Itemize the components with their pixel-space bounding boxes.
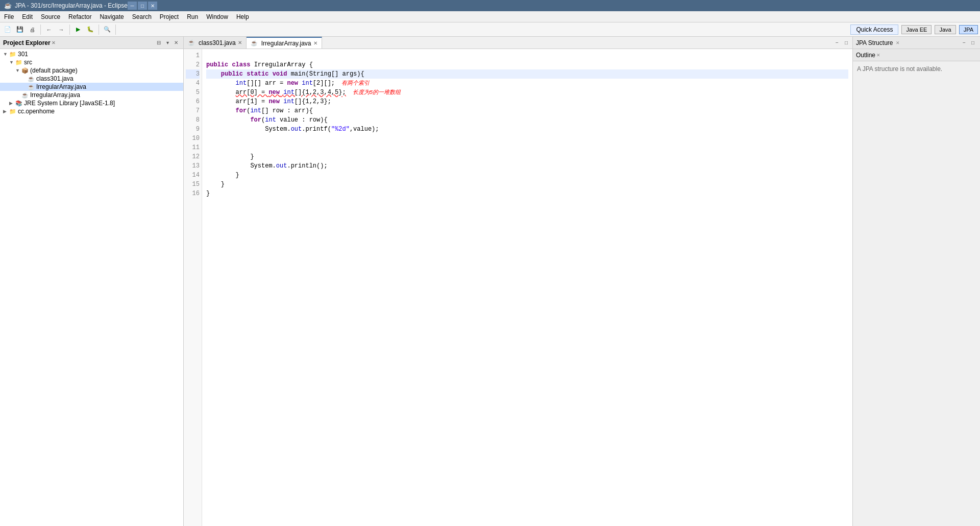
- pe-close-btn[interactable]: ✕: [172, 39, 180, 47]
- tree-label-irregular2: IrregularArray.java: [30, 91, 80, 99]
- code-line-9: System.out.printf("%2d",value);: [206, 125, 848, 134]
- ln-15: 15: [186, 180, 200, 189]
- tree-item-irregular-array[interactable]: ☕ IrregularArray.java: [0, 83, 183, 91]
- editor-minimize-btn[interactable]: −: [833, 39, 841, 47]
- menu-search[interactable]: Search: [128, 11, 156, 22]
- ln-13: 13: [186, 161, 200, 171]
- expand-src-icon: ▼: [9, 60, 15, 65]
- new-button[interactable]: 📄: [2, 24, 13, 35]
- pe-collapse-btn[interactable]: ⊟: [155, 39, 163, 47]
- ln-10: 10: [186, 134, 200, 143]
- tab-irregular[interactable]: ☕ IrregularArray.java ✕: [247, 37, 322, 49]
- menu-window[interactable]: Window: [202, 11, 232, 22]
- title-icon: ☕: [4, 2, 12, 9]
- minimize-button[interactable]: ─: [128, 2, 137, 10]
- ln-5: 5: [186, 88, 200, 97]
- code-line-10: [206, 134, 848, 143]
- tree-item-default-package[interactable]: ▼ 📦 (default package): [0, 66, 183, 75]
- code-line-6: arr[1] = new int[]{1,2,3};: [206, 97, 848, 106]
- tab-class301-label: class301.java: [199, 39, 236, 46]
- code-area[interactable]: public class IrregularArray { public sta…: [202, 49, 852, 526]
- tree-item-src[interactable]: ▼ 📁 src: [0, 58, 183, 66]
- close-button[interactable]: ✕: [148, 2, 157, 10]
- ln-14: 14: [186, 171, 200, 180]
- code-line-3: public static void main(String[] args){: [206, 69, 848, 79]
- tab-irregular-close[interactable]: ✕: [313, 40, 317, 46]
- menu-run[interactable]: Run: [183, 11, 202, 22]
- tab-spacer: [322, 37, 831, 49]
- java-file-icon-irregular: ☕: [28, 84, 35, 90]
- code-line-14: }: [206, 171, 848, 180]
- project-explorer-header: Project Explorer ✕ ⊟ ▾ ✕: [0, 37, 183, 49]
- tree-label-default-package: (default package): [30, 67, 78, 74]
- project-icon: 📁: [9, 51, 16, 58]
- menu-help[interactable]: Help: [232, 11, 253, 22]
- tree-item-class301[interactable]: ☕ class301.java: [0, 75, 183, 83]
- toolbar-separator-1: [40, 25, 41, 35]
- code-line-8: for(int value : row){: [206, 115, 848, 125]
- java-file-icon-class301: ☕: [28, 76, 35, 82]
- toolbar: 📄 💾 🖨 ← → ▶ 🐛 🔍 Quick Access Java EE Jav…: [0, 22, 980, 37]
- editor-panel: ☕ class301.java ✕ ☕ IrregularArray.java …: [184, 37, 852, 526]
- tab-class301[interactable]: ☕ class301.java ✕: [184, 37, 247, 49]
- maximize-button[interactable]: □: [138, 2, 147, 10]
- tree-item-jre[interactable]: ▶ 📚 JRE System Library [JavaSE-1.8]: [0, 99, 183, 107]
- jpa-message: A JPA structure is not available.: [857, 65, 942, 73]
- jpa-perspective[interactable]: JPA: [959, 25, 978, 34]
- toolbar-separator-4: [115, 25, 116, 35]
- menu-source[interactable]: Source: [37, 11, 64, 22]
- ln-8: 8: [186, 115, 200, 125]
- toolbar-separator-3: [99, 25, 99, 35]
- back-button[interactable]: ←: [43, 24, 55, 35]
- irregular2-arrow: [15, 92, 21, 98]
- save-button[interactable]: 💾: [14, 24, 26, 35]
- package-icon: 📦: [21, 67, 29, 74]
- code-line-7: for(int[] row : arr){: [206, 106, 848, 115]
- main-container: Project Explorer ✕ ⊟ ▾ ✕ ▼ 📁 301: [0, 37, 980, 526]
- pe-menu-btn[interactable]: ▾: [163, 39, 172, 47]
- code-line-16: }: [206, 189, 848, 198]
- ln-7: 7: [186, 106, 200, 115]
- menu-project[interactable]: Project: [156, 11, 183, 22]
- jpa-structure-header: JPA Structure ✕ − □: [853, 37, 980, 49]
- expand-package-icon: ▼: [15, 68, 21, 73]
- menu-file[interactable]: File: [0, 11, 18, 22]
- jpa-structure-title: JPA Structure: [856, 39, 893, 46]
- jpa-maximize-btn[interactable]: □: [969, 39, 977, 47]
- java-perspective[interactable]: Java: [935, 25, 955, 34]
- menu-navigate[interactable]: Navigate: [95, 11, 128, 22]
- jpa-minimize-btn[interactable]: −: [960, 39, 968, 47]
- editor-maximize-btn[interactable]: □: [842, 39, 850, 47]
- ln-4: 4: [186, 79, 200, 88]
- search-btn[interactable]: 🔍: [102, 24, 113, 35]
- code-line-1: [206, 51, 848, 60]
- java-file-icon-irregular2: ☕: [21, 92, 29, 99]
- print-button[interactable]: 🖨: [27, 24, 38, 35]
- quick-access-button[interactable]: Quick Access: [850, 25, 898, 35]
- outline-tab[interactable]: Outline ✕: [853, 49, 980, 61]
- menu-refactor[interactable]: Refactor: [64, 11, 95, 22]
- project-explorer-title: Project Explorer: [3, 39, 51, 46]
- ln-16: 16: [186, 189, 200, 198]
- ln-3: 3: [186, 69, 200, 79]
- ln-9: 9: [186, 125, 200, 134]
- menu-edit[interactable]: Edit: [18, 11, 37, 22]
- java-ee-perspective[interactable]: Java EE: [901, 25, 932, 34]
- tab-class301-close[interactable]: ✕: [238, 40, 242, 45]
- line-numbers: 1 2 3 4 5 6 7 8 9 10 11 12 13 14 15 16: [184, 49, 202, 526]
- window-controls: ─ □ ✕: [128, 2, 157, 10]
- forward-button[interactable]: →: [56, 24, 67, 35]
- tree-item-irregular-array-2[interactable]: ☕ IrregularArray.java: [0, 91, 183, 99]
- tree-item-301[interactable]: ▼ 📁 301: [0, 50, 183, 58]
- tab-irregular-label: IrregularArray.java: [261, 40, 311, 47]
- run-button[interactable]: ▶: [72, 24, 84, 35]
- tree-label-class301: class301.java: [36, 75, 74, 82]
- tree-label-jre: JRE System Library [JavaSE-1.8]: [24, 100, 115, 107]
- ln-2: 2: [186, 60, 200, 69]
- code-line-11: [206, 143, 848, 152]
- irregular-arrow: [21, 84, 28, 89]
- tree-item-cc-openhome[interactable]: ▶ 📁 cc.openhome: [0, 107, 183, 115]
- debug-button[interactable]: 🐛: [85, 24, 96, 35]
- code-line-12: }: [206, 152, 848, 161]
- jpa-content: A JPA structure is not available.: [853, 61, 980, 526]
